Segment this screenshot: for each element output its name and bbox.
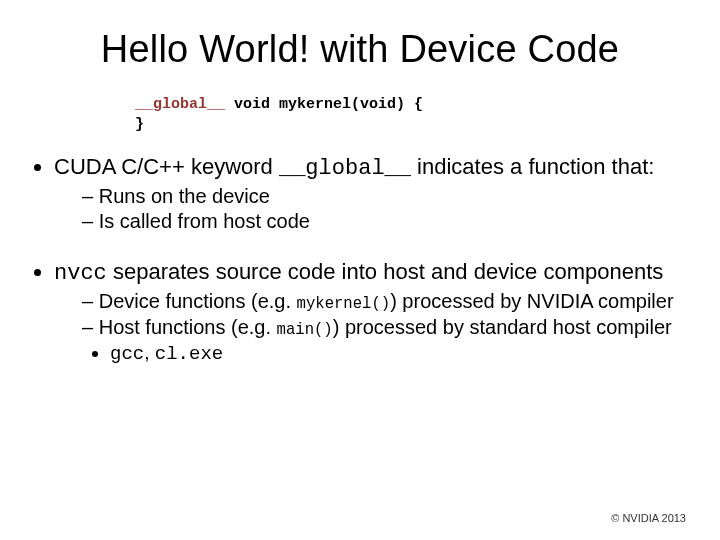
code-text: void mykernel(void) { (225, 96, 423, 113)
code-keyword: __global__ (135, 96, 225, 113)
code-inline-nvcc: nvcc (54, 261, 107, 286)
slide: Hello World! with Device Code __global__… (0, 0, 720, 540)
text: ) processed by standard host compiler (333, 316, 672, 338)
sub-list: Runs on the device Is called from host c… (54, 184, 680, 233)
bullet-list: CUDA C/C++ keyword __global__ indicates … (40, 154, 680, 233)
code-snippet: __global__ void mykernel(void) { } (40, 95, 680, 136)
sub-bullet-device-fn: Device functions (e.g. mykernel()) proce… (82, 289, 680, 314)
footer-copyright: © NVIDIA 2013 (611, 512, 686, 524)
code-line-1: __global__ void mykernel(void) { (135, 95, 680, 115)
bullet-cuda-keyword: CUDA C/C++ keyword __global__ indicates … (54, 154, 680, 233)
spacer (40, 237, 680, 259)
code-inline-main: main() (277, 321, 333, 339)
code-inline-gcc: gcc (110, 343, 144, 365)
code-inline-clexe: cl.exe (155, 343, 223, 365)
sub-sub-list: gcc, cl.exe (82, 342, 680, 366)
text: , (144, 342, 155, 363)
code-inline-mykernel: mykernel() (297, 295, 391, 313)
code-inline-global: __global__ (279, 156, 411, 181)
page-title: Hello World! with Device Code (40, 28, 680, 71)
text: Host functions (e.g. (99, 316, 277, 338)
sub-sub-bullet-compilers: gcc, cl.exe (110, 342, 680, 366)
text: Device functions (e.g. (99, 290, 297, 312)
text: indicates a function that: (411, 154, 654, 179)
sub-list: Device functions (e.g. mykernel()) proce… (54, 289, 680, 365)
text: separates source code into host and devi… (107, 259, 663, 284)
code-line-2: } (135, 115, 680, 135)
sub-bullet-called-host: Is called from host code (82, 209, 680, 233)
text: CUDA C/C++ keyword (54, 154, 279, 179)
sub-bullet-runs-device: Runs on the device (82, 184, 680, 208)
sub-bullet-host-fn: Host functions (e.g. main()) processed b… (82, 315, 680, 366)
text: ) processed by NVIDIA compiler (390, 290, 673, 312)
bullet-list-2: nvcc separates source code into host and… (40, 259, 680, 366)
bullet-nvcc: nvcc separates source code into host and… (54, 259, 680, 366)
